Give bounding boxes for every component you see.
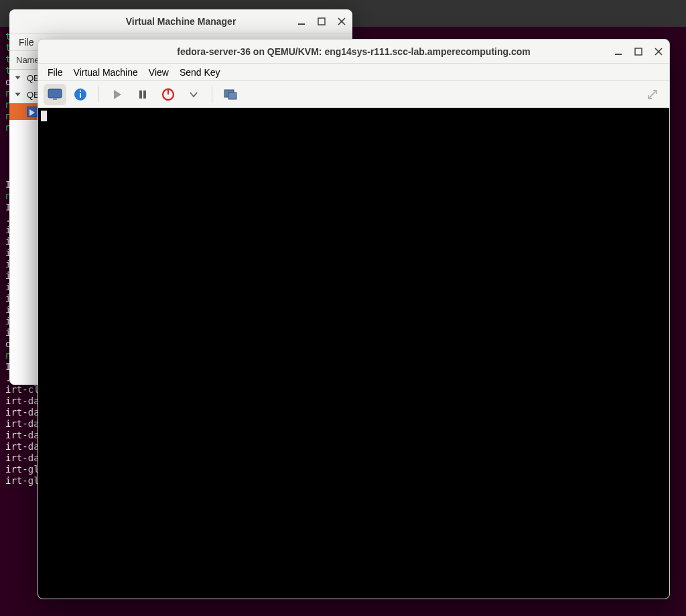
- minimize-button[interactable]: [612, 45, 625, 58]
- power-button[interactable]: [157, 84, 180, 105]
- vm-console-canvas[interactable]: [38, 108, 669, 599]
- close-button[interactable]: [335, 15, 348, 28]
- expand-button[interactable]: [641, 84, 664, 105]
- console-icon: [47, 88, 63, 101]
- minimize-button[interactable]: [295, 15, 308, 28]
- maximize-icon: [318, 17, 326, 25]
- fullscreen-icon: [223, 88, 238, 101]
- maximize-button[interactable]: [315, 15, 328, 28]
- viewer-toolbar: [38, 81, 669, 108]
- svg-rect-7: [80, 93, 81, 98]
- viewer-titlebar[interactable]: fedora-server-36 on QEMU/KVM: eng14sys-r…: [38, 40, 669, 64]
- maximize-button[interactable]: [632, 45, 645, 58]
- toolbar-separator: [212, 86, 212, 103]
- power-dropdown[interactable]: [182, 84, 205, 105]
- close-icon: [338, 17, 346, 25]
- svg-rect-5: [53, 99, 57, 100]
- svg-rect-3: [635, 48, 642, 55]
- fullscreen-button[interactable]: [219, 84, 242, 105]
- svg-rect-8: [80, 90, 81, 92]
- info-icon: [73, 87, 88, 102]
- svg-rect-14: [228, 93, 236, 99]
- vmm-titlebar[interactable]: Virtual Machine Manager: [9, 9, 352, 34]
- close-button[interactable]: [652, 45, 665, 58]
- svg-rect-9: [139, 90, 142, 99]
- chevron-down-icon[interactable]: [15, 91, 23, 99]
- svg-rect-2: [615, 54, 622, 55]
- info-button[interactable]: [69, 84, 92, 105]
- minimize-icon: [614, 48, 622, 56]
- toolbar-separator: [98, 86, 99, 103]
- expand-icon: [646, 88, 659, 101]
- column-name[interactable]: Name: [16, 55, 40, 65]
- menu-send-key[interactable]: Send Key: [174, 66, 226, 79]
- maximize-icon: [634, 48, 642, 56]
- menu-view[interactable]: View: [143, 66, 174, 79]
- svg-rect-10: [143, 90, 146, 99]
- svg-rect-12: [167, 89, 169, 95]
- svg-rect-4: [48, 89, 62, 98]
- vmm-title: Virtual Machine Manager: [126, 16, 236, 27]
- power-icon: [161, 88, 175, 101]
- chevron-down-icon: [189, 90, 198, 99]
- pause-icon: [137, 88, 149, 101]
- svg-rect-0: [298, 23, 305, 25]
- chevron-down-icon[interactable]: [15, 74, 23, 82]
- svg-rect-1: [318, 18, 325, 25]
- viewer-title: fedora-server-36 on QEMU/KVM: eng14sys-r…: [177, 46, 531, 57]
- pause-button[interactable]: [131, 84, 154, 105]
- vm-viewer-window[interactable]: fedora-server-36 on QEMU/KVM: eng14sys-r…: [38, 39, 670, 599]
- menu-virtual-machine[interactable]: Virtual Machine: [68, 66, 143, 79]
- console-button[interactable]: [44, 84, 66, 105]
- menu-file[interactable]: File: [13, 36, 40, 49]
- play-button[interactable]: [106, 84, 129, 105]
- menu-file[interactable]: File: [42, 66, 68, 79]
- minimize-icon: [297, 17, 305, 25]
- viewer-menubar: File Virtual Machine View Send Key: [38, 64, 669, 81]
- close-icon: [655, 48, 663, 56]
- text-cursor: [41, 111, 47, 121]
- play-icon: [111, 88, 123, 101]
